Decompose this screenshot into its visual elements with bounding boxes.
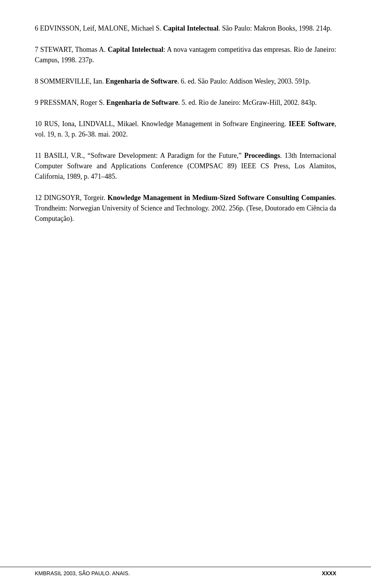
footer-right-text: XXXX [322,570,336,576]
bold-text: IEEE Software [289,120,334,128]
reference-block-9: 9 PRESSMAN, Roger S. Engenharia de Softw… [35,97,336,108]
reference-block-8: 8 SOMMERVILLE, Ian. Engenharia de Softwa… [35,76,336,87]
reference-block-6: 6 EDVINSSON, Leif, MALONE, Michael S. Ca… [35,23,336,34]
page-content: 6 EDVINSSON, Leif, MALONE, Michael S. Ca… [0,0,371,281]
bold-text: Knowledge Management in Medium-Sized Sof… [107,194,334,202]
reference-block-7: 7 STEWART, Thomas A. Capital Intelectual… [35,44,336,65]
reference-block-12: 12 DINGSOYR, Torgeir. Knowledge Manageme… [35,193,336,224]
bold-text: Capital Intelectual [163,24,219,32]
footer-left-text: KMBRASIL 2003, SÃO PAULO. ANAIS. [35,570,130,576]
reference-block-11: 11 BASILI, V.R., “Software Development: … [35,150,336,182]
bold-text: Engenharia de Software [106,99,178,106]
bold-text: Engenharia de Software [106,77,177,85]
bold-text: Proceedings [244,152,280,159]
page-footer: KMBRASIL 2003, SÃO PAULO. ANAIS. XXXX [0,567,371,576]
bold-text: Capital Intelectual [108,46,163,53]
reference-block-10: 10 RUS, Iona, LINDVALL, Mikael. Knowledg… [35,119,336,140]
